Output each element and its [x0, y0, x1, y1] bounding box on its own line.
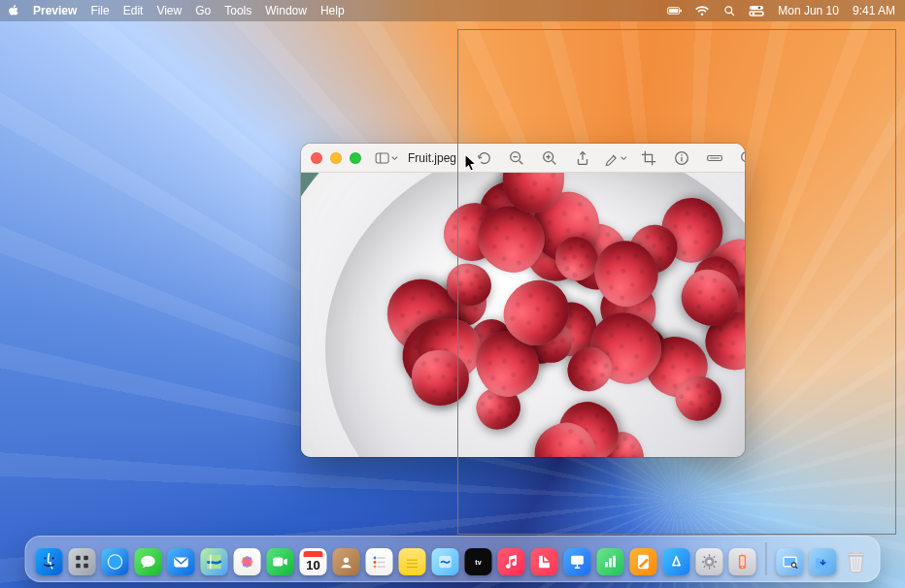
crop-button[interactable]	[637, 147, 660, 169]
svg-point-27	[51, 557, 53, 559]
svg-rect-52	[378, 566, 385, 568]
dock-app-numbers[interactable]	[597, 548, 624, 575]
window-close-button[interactable]	[311, 152, 322, 164]
dock-app-calendar[interactable]: 10	[300, 548, 327, 575]
dock-app-photos[interactable]	[234, 548, 261, 575]
control-center-icon[interactable]	[749, 5, 764, 16]
menu-tools[interactable]: Tools	[224, 4, 251, 17]
menu-view[interactable]: View	[156, 4, 182, 17]
dock: 10 tv	[25, 536, 881, 582]
dock-app-freeform[interactable]	[432, 548, 459, 575]
dock-app-keynote[interactable]	[564, 548, 591, 575]
svg-rect-5	[750, 6, 763, 10]
dock-trash[interactable]	[843, 548, 870, 575]
svg-point-8	[753, 13, 755, 16]
svg-rect-6	[750, 12, 763, 16]
menu-help[interactable]: Help	[320, 4, 345, 17]
status-area: Mon Jun 10 9:41 AM	[667, 4, 895, 17]
document-title: Fruit.jpeg	[408, 151, 456, 165]
svg-point-20	[681, 154, 683, 156]
share-button[interactable]	[571, 147, 594, 169]
svg-line-4	[731, 13, 734, 16]
dock-app-iphone-mirroring[interactable]	[729, 548, 756, 575]
sidebar-toggle-button[interactable]	[375, 147, 398, 169]
svg-point-26	[44, 557, 46, 559]
dock-app-pages[interactable]	[630, 548, 657, 575]
dock-app-facetime[interactable]	[267, 548, 294, 575]
window-titlebar[interactable]: Fruit.jpeg	[301, 144, 745, 173]
svg-point-7	[758, 7, 761, 10]
svg-point-77	[742, 567, 743, 568]
dock-app-settings[interactable]	[696, 548, 723, 575]
svg-rect-63	[613, 556, 616, 568]
dock-app-tv[interactable]: tv	[465, 548, 492, 575]
svg-point-66	[707, 560, 712, 565]
dock-app-mail[interactable]	[168, 548, 195, 575]
menu-edit[interactable]: Edit	[123, 4, 144, 17]
dock-app-safari[interactable]	[102, 548, 129, 575]
dock-app-messages[interactable]	[135, 548, 162, 575]
apple-menu[interactable]	[8, 4, 19, 17]
svg-rect-9	[376, 153, 388, 163]
svg-rect-31	[84, 564, 88, 569]
chevron-down-icon	[391, 154, 398, 162]
svg-point-80	[791, 563, 796, 568]
dock-app-finder[interactable]	[36, 548, 63, 575]
svg-text:tv: tv	[475, 558, 481, 567]
image-viewport[interactable]	[301, 173, 745, 457]
svg-rect-1	[669, 9, 678, 13]
window-controls	[311, 152, 361, 164]
menu-window[interactable]: Window	[265, 4, 307, 17]
active-app-name[interactable]: Preview	[33, 4, 77, 17]
svg-rect-61	[605, 562, 608, 567]
svg-line-72	[714, 566, 715, 567]
svg-rect-62	[609, 558, 612, 567]
svg-point-46	[344, 558, 349, 563]
svg-rect-45	[273, 558, 283, 567]
dock-folder-downloads[interactable]	[810, 548, 837, 575]
rotate-left-button[interactable]	[472, 147, 495, 169]
preview-window[interactable]: Fruit.jpeg	[301, 144, 745, 457]
svg-rect-76	[740, 556, 745, 566]
search-button[interactable]	[736, 147, 745, 169]
dock-app-notes[interactable]	[399, 548, 426, 575]
dock-app-preview[interactable]	[777, 548, 804, 575]
menu-go[interactable]: Go	[195, 4, 211, 17]
menubar: Preview File Edit View Go Tools Window H…	[0, 0, 905, 21]
menu-file[interactable]: File	[90, 4, 109, 17]
svg-rect-29	[84, 556, 88, 561]
svg-line-81	[795, 567, 797, 569]
svg-line-71	[704, 556, 705, 557]
dock-app-contacts[interactable]	[333, 548, 360, 575]
svg-rect-30	[76, 564, 81, 569]
svg-rect-48	[378, 557, 385, 559]
svg-point-23	[742, 151, 745, 161]
window-minimize-button[interactable]	[330, 152, 342, 164]
svg-point-47	[374, 557, 377, 560]
battery-icon[interactable]	[667, 5, 683, 16]
spotlight-icon[interactable]	[721, 5, 737, 16]
dock-app-music[interactable]	[498, 548, 525, 575]
window-fullscreen-button[interactable]	[350, 152, 361, 164]
svg-line-15	[553, 160, 556, 164]
dock-app-maps[interactable]	[201, 548, 228, 575]
svg-rect-58	[571, 556, 584, 565]
highlight-button[interactable]	[703, 147, 726, 169]
date-label[interactable]: Mon Jun 10	[778, 4, 839, 17]
dock-app-launchpad[interactable]	[69, 548, 96, 575]
zoom-out-button[interactable]	[505, 147, 528, 169]
dock-app-appstore[interactable]	[663, 548, 690, 575]
markup-button[interactable]	[604, 147, 627, 169]
toolbar-right	[472, 147, 745, 169]
dock-app-news[interactable]	[531, 548, 558, 575]
info-button[interactable]	[670, 147, 693, 169]
svg-point-49	[374, 561, 377, 564]
dock-app-reminders[interactable]	[366, 548, 393, 575]
svg-rect-50	[378, 562, 385, 564]
svg-line-74	[704, 566, 705, 567]
wifi-icon[interactable]	[694, 5, 710, 16]
dock-separator	[766, 542, 767, 575]
svg-rect-28	[76, 556, 81, 561]
time-label[interactable]: 9:41 AM	[853, 4, 895, 17]
zoom-in-button[interactable]	[538, 147, 561, 169]
